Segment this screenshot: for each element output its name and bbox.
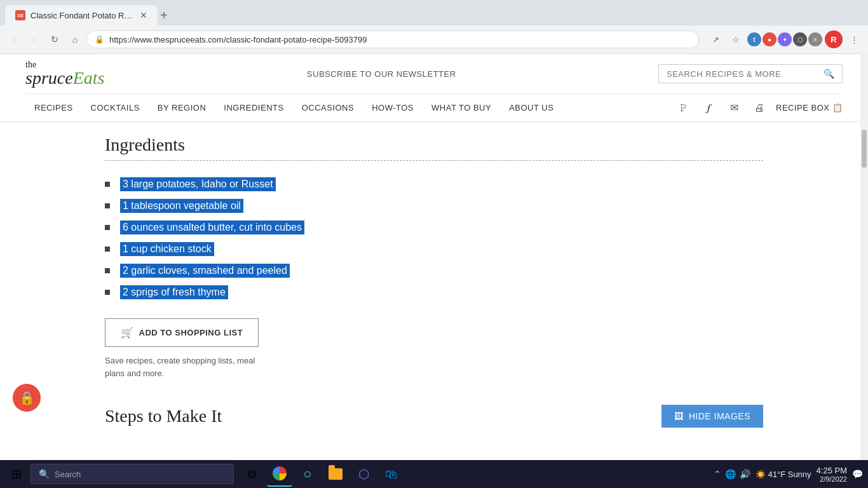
tab-close-btn[interactable]: ✕	[140, 10, 147, 20]
search-submit-button[interactable]: 🔍	[824, 69, 834, 79]
clock-date: 2/9/2022	[817, 475, 847, 483]
nav-item-occasions[interactable]: OCCASIONS	[293, 94, 363, 121]
ext-gray-btn[interactable]: ⬡	[793, 32, 807, 46]
facebook-icon[interactable]: 𝒇	[700, 99, 717, 117]
section-divider	[105, 160, 763, 161]
bullet-icon	[105, 268, 110, 273]
windows-icon: ⊞	[11, 466, 22, 482]
nav-item-what-to-buy[interactable]: WHAT TO BUY	[423, 94, 500, 121]
taskbar-apps: ⧉ ○ ⬡ 🛍	[239, 461, 404, 487]
weather-widget[interactable]: ☀️ 41°F Sunny	[756, 470, 811, 479]
clock-time: 4:25 PM	[817, 466, 847, 475]
taskbar-app-cortana[interactable]: ○	[295, 461, 320, 487]
nav-right: 𝙿 𝒇 ✉ 🖨 RECIPE BOX 📋	[674, 99, 843, 117]
browser-tab[interactable]: SE Classic Fondant Potato Recipe ✕	[5, 5, 158, 25]
system-tray: ⌃ 🌐 🔊	[714, 469, 750, 479]
steps-section: Steps to Make It 🖼 HIDE IMAGES	[105, 405, 763, 428]
back-button[interactable]: ‹	[5, 30, 23, 48]
bullet-icon	[105, 290, 110, 295]
taskbar-app-cortana2[interactable]: ⬡	[351, 461, 376, 487]
email-icon[interactable]: ✉	[725, 99, 743, 117]
clock[interactable]: 4:25 PM 2/9/2022	[817, 466, 847, 483]
tray-network-icon[interactable]: 🌐	[725, 469, 736, 479]
taskbar-app-task-view[interactable]: ⧉	[239, 461, 264, 487]
bookmark-button[interactable]: ☆	[727, 30, 745, 48]
ingredient-text[interactable]: 3 large potatoes, Idaho or Russet	[120, 177, 276, 191]
tray-arrow-icon[interactable]: ⌃	[714, 469, 721, 479]
list-item: 1 cup chicken stock	[105, 238, 763, 260]
share-button[interactable]: ↗	[707, 30, 724, 48]
ingredient-list: 3 large potatoes, Idaho or Russet 1 tabl…	[105, 173, 763, 303]
profile-button[interactable]: R	[825, 30, 843, 48]
bullet-icon	[105, 247, 110, 252]
hide-images-button[interactable]: 🖼 HIDE IMAGES	[661, 405, 763, 428]
pinterest-icon[interactable]: 𝙿	[674, 99, 692, 117]
lock-icon: 🔒	[19, 390, 35, 405]
tab-title: Classic Fondant Potato Recipe	[31, 11, 135, 20]
new-tab-button[interactable]: +	[160, 8, 168, 23]
nav-item-how-tos[interactable]: HOW-TOS	[363, 94, 423, 121]
main-content: Ingredients 3 large potatoes, Idaho or R…	[0, 122, 868, 440]
reload-button[interactable]: ↻	[46, 30, 64, 48]
ext-settings-btn[interactable]: ≡	[808, 32, 822, 46]
steps-title: Steps to Make It	[105, 406, 222, 426]
nav-item-ingredients[interactable]: INGREDIENTS	[215, 94, 292, 121]
bullet-icon	[105, 203, 110, 208]
search-bar[interactable]: 🔍	[658, 64, 843, 83]
address-bar[interactable]: 🔒 https://www.thespruceeats.com/classic-…	[86, 30, 699, 48]
url-text: https://www.thespruceeats.com/classic-fo…	[109, 35, 691, 44]
cart-icon: 🛒	[121, 327, 134, 339]
weather-text: 41°F Sunny	[768, 470, 811, 479]
print-icon[interactable]: 🖨	[750, 99, 768, 117]
taskbar-app-files[interactable]	[323, 461, 348, 487]
ingredient-text[interactable]: 6 ounces unsalted butter, cut into cubes	[120, 220, 304, 234]
forward-button[interactable]: ›	[25, 30, 43, 48]
taskbar-search-text: Search	[55, 470, 81, 479]
nav-links: RECIPES COCKTAILS BY REGION INGREDIENTS …	[25, 94, 562, 121]
scrollbar[interactable]	[860, 53, 868, 460]
ingredients-title: Ingredients	[105, 135, 763, 155]
home-button[interactable]: ⌂	[66, 30, 84, 48]
taskbar-right: ⌃ 🌐 🔊 ☀️ 41°F Sunny 4:25 PM 2/9/2022 💬	[714, 466, 864, 483]
save-note: Save recipes, create shopping lists, mea…	[105, 355, 270, 379]
ext-purple-btn[interactable]: ✦	[778, 32, 792, 46]
recipe-box-icon: 📋	[832, 103, 843, 112]
nav-item-recipes[interactable]: RECIPES	[25, 94, 82, 121]
ingredient-text[interactable]: 2 garlic cloves, smashed and peeled	[120, 264, 290, 278]
site-header: the spruceEats SUBSCRIBE TO OUR NEWSLETT…	[0, 54, 868, 122]
ext-chrome-btn[interactable]: t	[747, 32, 761, 46]
image-icon: 🖼	[674, 411, 684, 421]
list-item: 3 large potatoes, Idaho or Russet	[105, 173, 763, 195]
ingredient-text[interactable]: 1 cup chicken stock	[120, 242, 214, 256]
ext-red-btn[interactable]: ●	[763, 32, 776, 46]
tray-volume-icon[interactable]: 🔊	[740, 469, 750, 479]
bullet-icon	[105, 225, 110, 230]
weather-icon: ☀️	[756, 470, 766, 479]
nav-item-by-region[interactable]: BY REGION	[149, 94, 215, 121]
newsletter-link[interactable]: SUBSCRIBE TO OUR NEWSLETTER	[307, 69, 456, 79]
taskbar: ⊞ 🔍 Search ⧉ ○ ⬡ 🛍 ⌃ 🌐 🔊 ☀️ 41°F Sunny 4…	[0, 460, 868, 488]
notification-icon[interactable]: 💬	[852, 469, 863, 479]
nav-item-about-us[interactable]: ABOUT US	[500, 94, 562, 121]
scrollbar-thumb[interactable]	[862, 130, 867, 168]
logo-spruce-eats: spruceEats	[25, 68, 104, 88]
lock-badge[interactable]: 🔒	[13, 384, 41, 412]
recipe-box-link[interactable]: RECIPE BOX 📋	[776, 103, 843, 112]
menu-button[interactable]: ⋮	[845, 30, 863, 48]
add-to-shopping-list-button[interactable]: 🛒 ADD TO SHOPPING LIST	[105, 318, 259, 347]
list-item: 1 tablespoon vegetable oil	[105, 195, 763, 217]
nav-item-cocktails[interactable]: COCKTAILS	[82, 94, 149, 121]
ingredient-text[interactable]: 2 sprigs of fresh thyme	[120, 285, 228, 299]
site-logo[interactable]: the spruceEats	[25, 60, 104, 87]
bullet-icon	[105, 182, 110, 187]
list-item: 2 garlic cloves, smashed and peeled	[105, 260, 763, 281]
ingredient-text[interactable]: 1 tablespoon vegetable oil	[120, 199, 243, 213]
start-button[interactable]: ⊞	[5, 463, 28, 485]
search-input[interactable]	[667, 69, 824, 79]
taskbar-app-store[interactable]: 🛍	[379, 461, 404, 487]
main-nav: RECIPES COCKTAILS BY REGION INGREDIENTS …	[25, 93, 843, 121]
taskbar-app-chrome[interactable]	[267, 461, 292, 487]
taskbar-search-icon: 🔍	[39, 469, 50, 479]
list-item: 6 ounces unsalted butter, cut into cubes	[105, 217, 763, 238]
taskbar-search[interactable]: 🔍 Search	[31, 464, 234, 484]
